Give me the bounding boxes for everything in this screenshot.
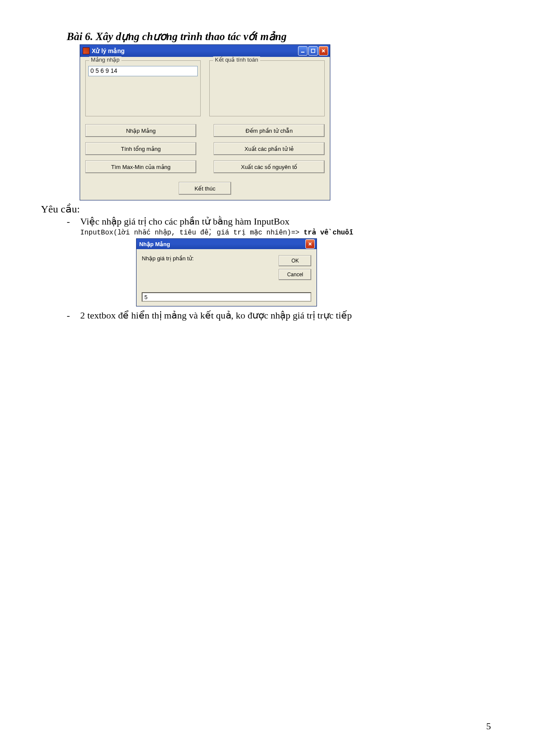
output-group: Kết quả tính toán [209,60,325,116]
maxmin-button[interactable]: Tìm Max-Min của mảng [85,160,196,173]
page-number: 5 [486,721,491,732]
window-title: Xử lý mảng [92,47,124,54]
maximize-icon[interactable] [308,46,318,56]
finish-button[interactable]: Kết thúc [179,182,231,195]
code-line: InputBox(lời nhắc nhập, tiêu đề, giá trị… [80,228,495,237]
req-2-text: 2 textbox để hiển thị mảng và kết quả, k… [80,310,495,321]
inputbox-titlebar[interactable]: Nhập Mảng [137,239,317,249]
inputbox-prompt: Nhập giá trị phần tử: [142,255,274,280]
cancel-button[interactable]: Cancel [279,269,311,280]
enter-array-button[interactable]: Nhập Mảng [85,124,196,137]
svg-rect-1 [311,49,315,53]
inputbox-title: Nhập Mảng [139,241,170,247]
close-icon[interactable] [319,46,328,56]
page-title: Bài 6. Xây dựng chương trình thao tác vớ… [67,30,495,43]
app-icon [83,47,90,54]
minimize-icon[interactable] [298,46,307,56]
sum-button[interactable]: Tính tổng mảng [85,142,196,155]
bullet-dash: - [67,216,70,227]
count-even-button[interactable]: Đếm phần tử chẵn [214,124,325,137]
array-window: Xử lý mảng Mảng nhập 0 5 6 9 14 Kết quả … [80,44,330,200]
bullet-dash: - [67,310,70,321]
titlebar[interactable]: Xử lý mảng [80,45,330,57]
input-group-label: Mảng nhập [89,56,121,63]
svg-rect-0 [301,52,304,53]
requirements-heading: Yêu cầu: [41,203,495,215]
inputbox-value-field[interactable] [142,292,311,302]
close-icon[interactable] [305,239,315,249]
output-odd-button[interactable]: Xuất các phần tử lẻ [214,142,325,155]
inputbox-window: Nhập Mảng Nhập giá trị phần tử: OK Cance… [136,238,317,306]
output-group-label: Kết quả tính toán [213,56,260,63]
output-primes-button[interactable]: Xuất các số nguyên tố [214,160,325,173]
input-group: Mảng nhập 0 5 6 9 14 [85,60,201,116]
req-1-text: Việc nhập giá trị cho các phần tử bằng h… [80,216,495,227]
ok-button[interactable]: OK [279,255,311,266]
input-array-textbox[interactable]: 0 5 6 9 14 [88,66,198,76]
